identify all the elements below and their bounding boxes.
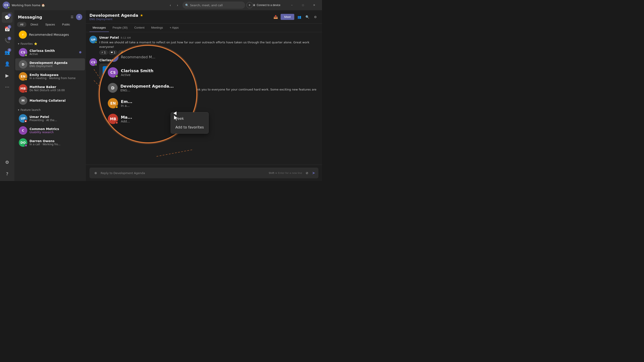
mag-item-dev[interactable]: D Development Agenda... ENG... bbox=[100, 80, 196, 95]
search-chat-icon[interactable]: 🔍 bbox=[304, 14, 310, 20]
conv-name-umar: Umar Patel bbox=[30, 115, 82, 119]
close-button[interactable]: ✕ bbox=[309, 1, 319, 9]
msg-header-umar: Umar Patel 8:12 AM bbox=[99, 36, 318, 39]
connect-device-button[interactable]: 🖥 Connect to a device bbox=[253, 3, 280, 7]
mag-name-dev: Development Agenda... bbox=[120, 84, 188, 88]
conv-item-clarissa[interactable]: CS Clarissa Smith Active bbox=[15, 46, 85, 58]
forward-button[interactable]: › bbox=[174, 2, 181, 8]
mag-item-matthew[interactable]: MB Ma... Add... bbox=[100, 111, 196, 127]
input-placeholder[interactable]: Reply to Development Agenda bbox=[100, 171, 145, 175]
msg-avatar-umar: UP bbox=[90, 36, 97, 43]
tab-meetings[interactable]: Meetings bbox=[148, 24, 166, 32]
meet-button[interactable]: Meet bbox=[281, 14, 294, 20]
add-button[interactable]: + bbox=[246, 2, 253, 8]
mag-sub-dev: ENG... bbox=[120, 88, 188, 92]
unread-dot-clarissa bbox=[79, 51, 82, 53]
tab-people[interactable]: People (30) bbox=[109, 24, 130, 32]
conv-item-common[interactable]: C Common Metrics Usability research bbox=[15, 124, 85, 137]
mag-matthew-status bbox=[116, 121, 118, 124]
conv-avatar-clarissa: CS bbox=[19, 48, 27, 56]
umar-msg-status bbox=[95, 41, 97, 43]
maximize-button[interactable]: □ bbox=[298, 1, 308, 9]
mag-item-emily[interactable]: EN Em... In a... bbox=[100, 95, 196, 111]
conv-name-dev: Development Agenda bbox=[30, 61, 82, 64]
search-bar[interactable]: 🔍 Search, meet, and call bbox=[182, 1, 245, 9]
add-people-icon[interactable]: 👥 bbox=[296, 14, 302, 20]
send-button[interactable]: ➤ bbox=[312, 170, 315, 175]
conv-name-matthew: Matthew Baker bbox=[30, 85, 82, 89]
calls-badge: 1 bbox=[8, 37, 11, 40]
mag-info-emily: Em... In a... bbox=[121, 99, 188, 107]
nav-item-more[interactable]: ··· bbox=[2, 82, 12, 92]
recommended-messages-item[interactable]: ⚡ Recommended Messages bbox=[15, 29, 85, 40]
conv-item-marketing[interactable]: M Marketing Collateral bbox=[15, 94, 85, 107]
conv-name-clarissa: Clarissa Smith bbox=[30, 49, 77, 52]
filter-icon-button[interactable]: ☰ bbox=[69, 14, 75, 20]
tab-direct[interactable]: Direct bbox=[27, 22, 41, 27]
nav-item-contacts[interactable]: 👤 bbox=[2, 58, 12, 69]
new-chat-button[interactable]: + bbox=[76, 14, 82, 20]
mag-emily-status bbox=[116, 106, 118, 108]
conv-sub-dev: ENG Deployment bbox=[30, 64, 82, 68]
back-button[interactable]: ‹ bbox=[167, 2, 174, 8]
monitor-icon: 🖥 bbox=[253, 3, 255, 7]
user-status-dot bbox=[8, 6, 10, 9]
mag-avatar-clarissa: CS bbox=[108, 67, 118, 77]
darren-status bbox=[24, 144, 27, 147]
nav-item-calls[interactable]: 📞 1 bbox=[2, 35, 12, 46]
tab-messages[interactable]: Messages bbox=[90, 24, 109, 32]
conv-avatar-umar: UP ▶ bbox=[19, 114, 27, 123]
conv-info-clarissa: Clarissa Smith Active bbox=[30, 49, 77, 56]
mag-item-clarissa[interactable]: CS Clarissa Smith Active bbox=[100, 64, 196, 80]
star-icon: ⭐ bbox=[34, 42, 37, 45]
chat-header: Development Agenda ★ ENG Deployment 📤 Me… bbox=[86, 10, 322, 24]
conv-item-dev-agenda[interactable]: D Development Agenda ENG Deployment bbox=[15, 58, 85, 70]
conv-item-umar[interactable]: UP ▶ Umar Patel Presenting · At the... bbox=[15, 112, 85, 124]
contacts-icon: 👤 bbox=[4, 61, 10, 67]
conv-avatar-darren: DO bbox=[19, 138, 27, 147]
nav-item-settings[interactable]: ⚙ bbox=[2, 157, 12, 168]
mag-name-emily: Em... bbox=[121, 99, 188, 104]
emily-status bbox=[24, 78, 27, 81]
nav-item-calendar[interactable]: 📅 1 bbox=[2, 24, 12, 34]
msg-sender-umar: Umar Patel bbox=[99, 36, 119, 39]
mag-title: Recommended M... bbox=[121, 55, 155, 59]
conv-item-matthew[interactable]: MB Matthew Baker Do Not Disturb until 16… bbox=[15, 82, 85, 94]
tab-all[interactable]: All bbox=[17, 22, 26, 27]
reaction-heart[interactable]: ❤ 1 bbox=[109, 50, 118, 55]
people-badge: 1 bbox=[8, 48, 11, 52]
nav-item-help[interactable]: ? bbox=[2, 168, 12, 179]
minimize-button[interactable]: − bbox=[287, 1, 297, 9]
settings-chat-icon[interactable]: ⚙ bbox=[312, 14, 318, 20]
share-screen-icon[interactable]: 📤 bbox=[272, 14, 279, 20]
window-controls: − □ ✕ bbox=[287, 1, 319, 9]
section-favorites[interactable]: ▾ Favorites ⭐ bbox=[14, 40, 86, 46]
chat-header-actions: 📤 Meet 👥 🔍 ⚙ bbox=[272, 14, 318, 20]
nav-item-chat[interactable]: 💬 5 bbox=[2, 12, 12, 23]
conv-info-matthew: Matthew Baker Do Not Disturb until 16:00 bbox=[30, 85, 82, 92]
mag-name-clarissa: Clarissa Smith bbox=[121, 68, 188, 73]
calendar-badge: 1 bbox=[8, 25, 11, 28]
conv-info-darren: Darren Owens In a call · Working fro... bbox=[30, 139, 82, 146]
sidebar-title: Messaging bbox=[18, 15, 42, 19]
format-input-icon[interactable]: ⊕ bbox=[92, 170, 99, 176]
conv-item-emily[interactable]: EN Emily Nakagawa In a meeting · Working… bbox=[15, 70, 85, 82]
conv-item-darren[interactable]: DO Darren Owens In a call · Working fro.… bbox=[15, 137, 85, 149]
chat-title: Development Agenda ★ bbox=[90, 13, 270, 18]
section-feature-launch[interactable]: ▾ Feature launch bbox=[14, 107, 86, 112]
sidebar-scroll[interactable]: ⚡ Recommended Messages ▾ Favorites ⭐ CS … bbox=[14, 29, 86, 181]
chat-title-area: Development Agenda ★ ENG Deployment bbox=[90, 13, 270, 21]
format-icon[interactable]: ⊘ bbox=[304, 170, 310, 176]
nav-item-activity[interactable]: ▶ bbox=[2, 70, 12, 81]
conv-info-emily: Emily Nakagawa In a meeting · Working fr… bbox=[30, 73, 82, 80]
reaction-bolt[interactable]: ⚡ 1 bbox=[99, 50, 108, 55]
tab-public[interactable]: Public bbox=[59, 22, 73, 27]
nav-item-people[interactable]: 👥 1 bbox=[2, 47, 12, 58]
conv-name-common: Common Metrics bbox=[30, 127, 82, 131]
tab-spaces[interactable]: Spaces bbox=[42, 22, 58, 27]
sidebar-header-actions: ☰ + bbox=[69, 14, 82, 20]
tab-content[interactable]: Content bbox=[131, 24, 148, 32]
user-avatar[interactable]: CS bbox=[3, 1, 10, 9]
mag-avatar-dev: D bbox=[108, 83, 118, 93]
tab-apps[interactable]: + Apps bbox=[166, 24, 182, 32]
